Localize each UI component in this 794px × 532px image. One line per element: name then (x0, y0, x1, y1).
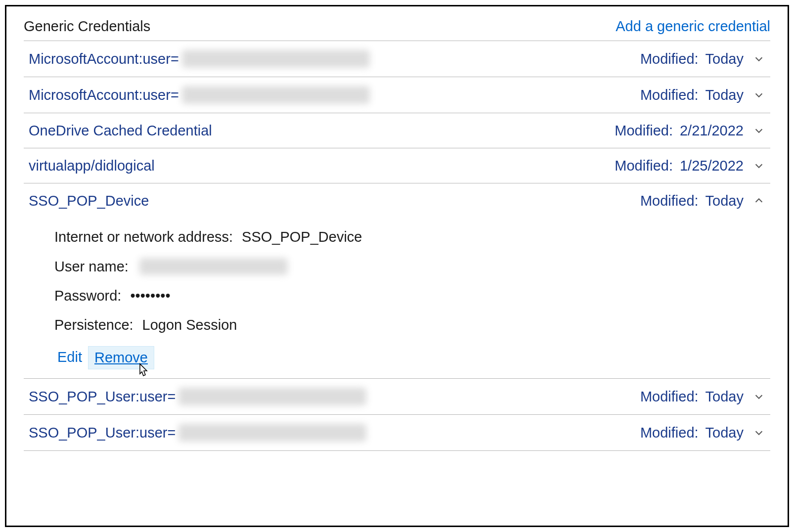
persistence-value: Logon Session (142, 317, 237, 333)
credential-row[interactable]: virtualapp/didlogical Modified: 1/25/202… (24, 148, 770, 183)
modified-label: Modified: (640, 87, 699, 103)
modified-value: Today (706, 389, 744, 405)
chevron-up-icon[interactable] (750, 192, 767, 209)
edit-link[interactable]: Edit (51, 346, 88, 369)
modified-value: Today (706, 425, 744, 441)
credential-meta: Modified: Today (640, 87, 767, 103)
section-title: Generic Credentials (24, 18, 150, 35)
redacted-value (139, 258, 288, 275)
redacted-value (178, 388, 366, 405)
detail-address: Internet or network address: SSO_POP_Dev… (54, 229, 770, 245)
credential-name: virtualapp/didlogical (29, 158, 155, 174)
credential-row[interactable]: MicrosoftAccount:user= Modified: Today (24, 41, 770, 77)
address-value: SSO_POP_Device (242, 229, 362, 245)
persistence-label: Persistence: (54, 317, 133, 333)
redacted-value (182, 86, 370, 104)
credential-name: MicrosoftAccount:user= (29, 86, 370, 104)
credential-name-text: SSO_POP_User:user= (29, 425, 176, 441)
credential-list: MicrosoftAccount:user= Modified: Today M… (24, 41, 770, 451)
redacted-value (178, 424, 366, 442)
modified-value: 1/25/2022 (680, 158, 744, 174)
credential-meta: Modified: Today (640, 50, 767, 67)
credential-row[interactable]: MicrosoftAccount:user= Modified: Today (24, 77, 770, 113)
chevron-down-icon[interactable] (750, 50, 767, 67)
password-mask: •••••••• (130, 288, 170, 304)
credential-row[interactable]: SSO_POP_User:user= Modified: Today (24, 414, 770, 451)
detail-persistence: Persistence: Logon Session (54, 317, 770, 333)
credential-row[interactable]: SSO_POP_User:user= Modified: Today (24, 378, 770, 414)
chevron-down-icon[interactable] (750, 424, 767, 441)
credential-meta: Modified: 1/25/2022 (615, 157, 767, 174)
credential-detail-panel: Internet or network address: SSO_POP_Dev… (24, 218, 770, 378)
modified-label: Modified: (615, 158, 673, 174)
remove-link[interactable]: Remove (88, 346, 154, 369)
credential-name: SSO_POP_Device (29, 193, 149, 209)
credential-meta: Modified: Today (640, 192, 767, 209)
redacted-value (182, 50, 370, 68)
credential-meta: Modified: Today (640, 388, 767, 405)
modified-value: Today (706, 193, 744, 209)
address-label: Internet or network address: (54, 229, 233, 245)
modified-value: Today (706, 87, 744, 103)
credential-name: MicrosoftAccount:user= (29, 50, 370, 68)
modified-label: Modified: (640, 425, 699, 441)
credential-name: SSO_POP_User:user= (29, 424, 366, 442)
modified-label: Modified: (640, 51, 699, 67)
modified-value: Today (706, 51, 744, 67)
add-generic-credential-link[interactable]: Add a generic credential (616, 18, 770, 35)
credential-row[interactable]: OneDrive Cached Credential Modified: 2/2… (24, 113, 770, 148)
credential-name-text: MicrosoftAccount:user= (29, 51, 179, 67)
credential-name-text: SSO_POP_User:user= (29, 389, 176, 405)
detail-password: Password: •••••••• (54, 288, 770, 304)
detail-username: User name: (54, 258, 770, 275)
credential-meta: Modified: 2/21/2022 (615, 122, 767, 139)
credential-manager-panel: Generic Credentials Add a generic creden… (5, 5, 789, 527)
username-label: User name: (54, 259, 129, 275)
detail-actions: Edit Remove (51, 346, 770, 369)
chevron-down-icon[interactable] (750, 87, 767, 103)
chevron-down-icon[interactable] (750, 388, 767, 405)
modified-label: Modified: (640, 389, 699, 405)
chevron-down-icon[interactable] (750, 157, 767, 174)
credential-name: SSO_POP_User:user= (29, 388, 366, 405)
section-header: Generic Credentials Add a generic creden… (24, 16, 770, 41)
credential-name-text: virtualapp/didlogical (29, 158, 155, 174)
modified-label: Modified: (615, 123, 673, 139)
modified-value: 2/21/2022 (680, 123, 744, 139)
password-label: Password: (54, 288, 121, 304)
chevron-down-icon[interactable] (750, 122, 767, 139)
credential-meta: Modified: Today (640, 424, 767, 441)
credential-name-text: MicrosoftAccount:user= (29, 87, 179, 103)
credential-row[interactable]: SSO_POP_Device Modified: Today (24, 183, 770, 218)
credential-name-text: SSO_POP_Device (29, 193, 149, 209)
credential-name: OneDrive Cached Credential (29, 123, 212, 139)
modified-label: Modified: (640, 193, 699, 209)
credential-name-text: OneDrive Cached Credential (29, 123, 212, 139)
